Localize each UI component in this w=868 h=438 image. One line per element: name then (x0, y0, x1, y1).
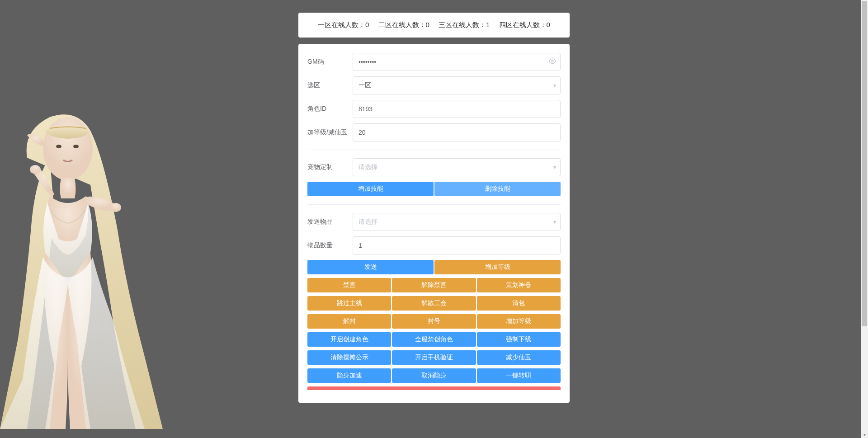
skip-main-quest-button[interactable]: 跳过主线 (307, 296, 391, 311)
divider (307, 150, 561, 150)
chevron-down-icon: ▾ (553, 164, 556, 170)
zone-label: 选区 (307, 81, 353, 89)
scrollbar[interactable]: ▴ ▾ (861, 0, 868, 438)
svg-point-0 (43, 117, 93, 180)
gm-code-label: GM码 (307, 58, 353, 66)
delete-skill-button[interactable]: 删除技能 (434, 182, 561, 196)
unban-button[interactable]: 解封 (307, 314, 391, 329)
item-count-input[interactable] (353, 236, 561, 254)
chevron-down-icon: ▾ (553, 82, 556, 89)
chevron-down-icon: ▾ (553, 219, 556, 225)
item-count-label: 物品数量 (307, 241, 353, 250)
send-button[interactable]: 发送 (307, 260, 434, 274)
admin-form-card: GM码 选区 一区 ▾ 角色ID 加等级/减仙玉 (298, 44, 570, 403)
zone-select[interactable]: 一区 (353, 76, 561, 94)
planner-artifact-button[interactable]: 策划神器 (477, 278, 561, 292)
level-jade-label: 加等级/减仙玉 (307, 128, 353, 137)
force-offline-button[interactable]: 强制下线 (477, 332, 561, 347)
gm-code-input[interactable] (353, 53, 561, 71)
add-level-button[interactable]: 增加等级 (434, 260, 561, 274)
ban-button[interactable]: 封号 (392, 314, 476, 329)
one-click-reclass-button[interactable]: 一键转职 (477, 368, 561, 383)
stealth-speed-button[interactable]: 隐身加速 (307, 368, 391, 383)
pet-custom-label: 宠物定制 (307, 163, 353, 171)
scroll-down-icon[interactable]: ▾ (861, 431, 868, 438)
enable-create-role-button[interactable]: 开启创建角色 (307, 332, 391, 347)
clear-stall-notice-button[interactable]: 清除摆摊公示 (307, 350, 391, 365)
cancel-stealth-button[interactable]: 取消隐身 (392, 368, 476, 383)
svg-point-2 (73, 145, 79, 148)
background-character-illustration (0, 85, 172, 438)
send-item-label: 发送物品 (307, 218, 353, 226)
danger-row-partial[interactable] (307, 386, 561, 390)
add-level-button-2[interactable]: 增加等级 (477, 314, 561, 329)
svg-point-4 (110, 203, 121, 212)
mute-button[interactable]: 禁言 (307, 278, 391, 292)
reduce-jade-button[interactable]: 减少仙玉 (477, 350, 561, 365)
eye-icon[interactable] (549, 58, 556, 66)
add-skill-button[interactable]: 增加技能 (307, 182, 434, 196)
divider (307, 204, 561, 205)
svg-point-3 (30, 165, 41, 174)
clear-bag-button[interactable]: 清包 (477, 296, 561, 311)
level-jade-input[interactable] (353, 123, 561, 141)
scrollbar-thumb[interactable] (862, 1, 867, 326)
send-item-select[interactable]: 请选择 (353, 213, 561, 231)
role-id-input[interactable] (353, 100, 561, 118)
disband-guild-button[interactable]: 解散工会 (392, 296, 476, 311)
role-id-label: 角色ID (307, 105, 353, 113)
pet-custom-select[interactable]: 请选择 (353, 158, 561, 176)
svg-point-1 (56, 145, 61, 148)
enable-phone-verify-button[interactable]: 开启手机验证 (392, 350, 476, 365)
online-status-bar: 一区在线人数：0 二区在线人数：0 三区在线人数：1 四区在线人数：0 (298, 13, 570, 38)
svg-point-5 (552, 61, 553, 62)
disable-create-role-button[interactable]: 全服禁创角色 (392, 332, 476, 347)
unmute-button[interactable]: 解除禁言 (392, 278, 476, 292)
